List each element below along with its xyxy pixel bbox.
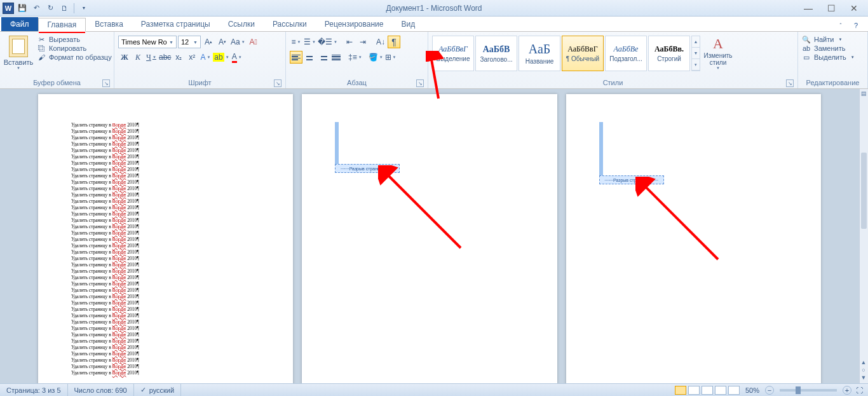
doc-line[interactable]: Удалить страницу в Ворде 2010¶	[71, 192, 260, 198]
full-screen-view-button[interactable]	[688, 386, 700, 395]
doc-line[interactable]: Удалить страницу в Ворде 2010¶	[71, 300, 260, 306]
sort-button[interactable]: A↓	[374, 36, 387, 48]
doc-line[interactable]: Удалить страницу в Ворде 2010¶	[71, 198, 260, 205]
doc-line[interactable]: Удалить страницу в Ворде 2010¶	[71, 205, 260, 211]
tab-layout[interactable]: Разметка страницы	[132, 17, 219, 31]
doc-line[interactable]: Удалить страницу в Ворде 2010¶	[71, 313, 260, 319]
ruler-toggle-icon[interactable]: ▤	[861, 90, 867, 97]
align-left-button[interactable]	[290, 51, 302, 64]
page-2[interactable]: ·······Разрыв страницы·······	[302, 94, 557, 383]
doc-line[interactable]: Удалить страницу в Ворде 2010¶	[71, 173, 260, 179]
replace-button[interactable]: abЗаменить	[802, 44, 855, 52]
web-layout-view-button[interactable]	[702, 386, 713, 395]
subscript-button[interactable]: x₂	[172, 51, 185, 64]
tab-mailings[interactable]: Рассылки	[264, 17, 316, 31]
paste-button[interactable]: Вставить ▼	[4, 33, 33, 70]
save-icon[interactable]: 💾	[17, 3, 28, 14]
zoom-in-button[interactable]: +	[843, 386, 851, 395]
align-right-button[interactable]	[316, 51, 329, 64]
doc-line[interactable]: Удалить страницу в Ворде 2010¶	[71, 306, 260, 313]
doc-line[interactable]: Удалить страницу в Ворде 2010¶	[71, 249, 260, 256]
italic-button[interactable]: К	[132, 51, 144, 64]
page-1[interactable]: Удалить страницу в Ворде 2010¶Удалить ст…	[38, 94, 293, 383]
close-button[interactable]: ✕	[846, 2, 862, 15]
next-page-icon[interactable]: ▼	[861, 374, 867, 381]
doc-line[interactable]: Удалить страницу в Ворде 2010¶	[71, 128, 260, 135]
doc-line[interactable]: Удалить страницу в Ворде 2010¶	[71, 160, 260, 167]
decrease-indent-button[interactable]: ⇤	[343, 36, 356, 48]
font-size-combo[interactable]: 12▼	[178, 36, 201, 48]
cut-button[interactable]: ✂Вырезать	[37, 36, 112, 43]
doc-line[interactable]: Удалить страницу в Ворде 2010¶	[71, 345, 260, 351]
bullets-button[interactable]: ≡▼	[290, 36, 302, 48]
doc-line[interactable]: Удалить страницу в Ворде 2010¶	[71, 179, 260, 186]
doc-line[interactable]: Удалить страницу в Ворде 2010¶	[71, 268, 260, 275]
style-[interactable]: АаБбВв.Строгий	[648, 36, 690, 71]
word-count[interactable]: Число слов: 690	[68, 384, 134, 396]
grow-font-button[interactable]: A▴	[202, 36, 215, 48]
doc-line[interactable]: Удалить страницу в Ворде 2010¶	[71, 364, 260, 370]
change-case-button[interactable]: Aa▼	[230, 36, 246, 48]
doc-line[interactable]: Удалить страницу в Ворде 2010¶	[71, 275, 260, 281]
paragraph-launcher[interactable]: ↘	[416, 79, 424, 87]
numbering-button[interactable]: ☰▼	[303, 36, 316, 48]
qat-customize-icon[interactable]: ▼	[78, 3, 90, 14]
doc-line[interactable]: Удалить страницу в Ворде 2010¶	[71, 135, 260, 141]
underline-button[interactable]: Ч▼	[145, 51, 158, 64]
doc-line[interactable]: Удалить страницу в Ворде 2010¶	[71, 211, 260, 217]
doc-line[interactable]: Удалить страницу в Ворде 2010¶	[71, 230, 260, 236]
doc-line[interactable]: Удалить страницу в Ворде 2010¶	[71, 141, 260, 147]
doc-line[interactable]: Удалить страницу в Ворде 2010¶	[71, 154, 260, 160]
fit-window-icon[interactable]: ⛶	[856, 386, 863, 394]
doc-line[interactable]: Удалить страницу в Ворде 2010¶	[71, 217, 260, 224]
doc-line[interactable]: Удалить страницу в Ворде 2010¶	[71, 224, 260, 230]
zoom-slider[interactable]	[780, 389, 837, 392]
doc-line[interactable]: Удалить страницу в Ворде 2010¶	[71, 236, 260, 243]
superscript-button[interactable]: x²	[186, 51, 198, 64]
language-status[interactable]: ✓русский	[134, 384, 181, 396]
zoom-out-button[interactable]: −	[765, 386, 774, 395]
vertical-scrollbar[interactable]	[859, 89, 868, 383]
browse-object-icon[interactable]: ○	[862, 367, 865, 373]
doc-line[interactable]: Удалить страницу в Ворде 2010¶	[71, 370, 260, 376]
text-effects-button[interactable]: A▼	[199, 51, 212, 64]
doc-line[interactable]: Удалить страницу в Ворде 2010¶	[71, 319, 260, 325]
tab-insert[interactable]: Вставка	[86, 17, 132, 31]
shading-button[interactable]: 🪣▼	[368, 51, 384, 64]
show-marks-button[interactable]: ¶	[388, 36, 400, 48]
style-[interactable]: АаБНазвание	[519, 36, 560, 71]
doc-line[interactable]: Удалить страницу в Ворде 2010¶	[71, 332, 260, 338]
multilevel-button[interactable]: �☰▼	[317, 36, 338, 48]
align-center-button[interactable]	[303, 51, 316, 64]
minimize-ribbon-icon[interactable]: ˆ	[835, 20, 846, 31]
line-spacing-button[interactable]: ‡≡▼	[348, 51, 363, 64]
undo-icon[interactable]: ↶	[31, 3, 42, 14]
style-[interactable]: АаБбВеПодзагол...	[605, 36, 647, 71]
draft-view-button[interactable]	[728, 386, 740, 395]
style-[interactable]: АаБбВЗаголово...	[475, 36, 517, 71]
document-area[interactable]: Удалить страницу в Ворде 2010¶Удалить ст…	[0, 89, 859, 383]
page-3[interactable]: ·······Разрыв страницы·······	[566, 94, 821, 383]
minimize-button[interactable]: —	[801, 2, 816, 15]
tab-home[interactable]: Главная	[38, 18, 86, 32]
maximize-button[interactable]: ☐	[824, 2, 839, 15]
new-doc-icon[interactable]: 🗋	[58, 3, 70, 14]
shrink-font-button[interactable]: A▾	[216, 36, 229, 48]
select-button[interactable]: ▭Выделить▼	[802, 53, 855, 61]
copy-button[interactable]: ⿻Копировать	[37, 44, 112, 52]
doc-line[interactable]: Удалить страницу в Ворде 2010¶	[71, 186, 260, 192]
style-[interactable]: АаБбВвГВыделение	[432, 36, 474, 71]
styles-more[interactable]: ▲▼▾	[691, 36, 700, 71]
doc-line[interactable]: Удалить страницу в Ворде 2010¶	[71, 256, 260, 262]
help-icon[interactable]: ?	[850, 20, 862, 31]
clear-format-button[interactable]: A⃠	[247, 36, 260, 48]
doc-line[interactable]: Удалить страницу в Ворде 2010¶	[71, 351, 260, 357]
bold-button[interactable]: Ж	[118, 51, 131, 64]
tab-view[interactable]: Вид	[392, 17, 424, 31]
tab-file[interactable]: Файл	[1, 17, 38, 31]
doc-line[interactable]: Удалить страницу в Ворде 2010¶	[71, 294, 260, 300]
print-layout-view-button[interactable]	[675, 386, 686, 395]
doc-line[interactable]: Удалить страницу в Ворде 2010¶	[71, 281, 260, 287]
styles-launcher[interactable]: ↘	[786, 79, 794, 87]
prev-page-icon[interactable]: ▲	[861, 359, 867, 365]
